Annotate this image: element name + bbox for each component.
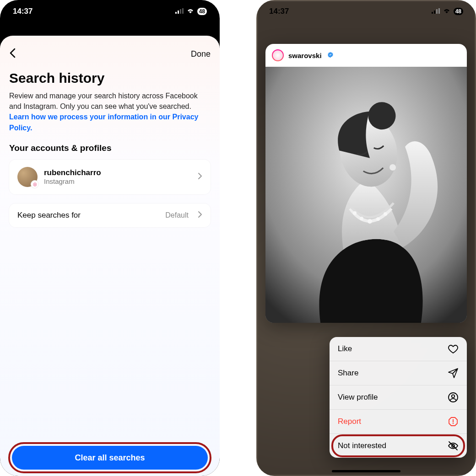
menu-not-interested-label: Not interested	[338, 441, 386, 450]
status-time: 14:37	[269, 7, 289, 16]
svg-rect-0	[175, 12, 177, 14]
status-bar: 14:37 48	[256, 0, 476, 23]
menu-like[interactable]: Like	[330, 337, 467, 361]
verified-badge-icon	[327, 52, 334, 59]
menu-like-label: Like	[338, 344, 352, 353]
post-header[interactable]: swarovski	[265, 44, 467, 67]
svg-point-15	[384, 212, 387, 216]
wifi-icon	[186, 7, 195, 16]
eye-off-icon	[448, 440, 459, 451]
home-indicator	[332, 470, 400, 472]
account-name: rubenchicharro	[44, 168, 191, 177]
chevron-right-icon	[198, 211, 202, 220]
keep-searches-value: Default	[165, 211, 189, 219]
privacy-policy-link[interactable]: Learn how we process your information in…	[9, 113, 198, 131]
report-icon	[448, 416, 459, 427]
svg-point-16	[389, 164, 396, 171]
svg-point-11	[353, 211, 357, 215]
cellular-icon	[432, 7, 440, 16]
wifi-icon	[443, 7, 451, 16]
menu-report-label: Report	[338, 417, 361, 426]
clear-all-searches-button[interactable]: Clear all searches	[12, 446, 208, 470]
post-image[interactable]	[265, 67, 467, 323]
svg-rect-7	[438, 8, 440, 14]
post-username: swarovski	[288, 52, 322, 59]
svg-rect-1	[178, 11, 179, 14]
battery-icon: 48	[454, 8, 463, 15]
desc-text: Review and manage your search history ac…	[9, 92, 198, 110]
keep-searches-row[interactable]: Keep searches for Default	[9, 203, 211, 227]
profile-icon	[448, 392, 459, 403]
menu-view-profile[interactable]: View profile	[330, 385, 467, 410]
svg-point-20	[453, 423, 454, 424]
search-history-sheet: Done Search history Review and manage yo…	[0, 36, 220, 476]
post-preview-card: swarovski	[265, 44, 467, 323]
page-description: Review and manage your search history ac…	[9, 91, 211, 133]
keep-searches-label: Keep searches for	[17, 211, 159, 220]
svg-point-13	[368, 219, 372, 224]
status-bar: 14:37 48	[0, 0, 220, 23]
post-avatar	[272, 49, 284, 61]
status-right: 48	[432, 7, 463, 16]
status-right: 48	[175, 7, 207, 16]
cellular-icon	[175, 7, 184, 16]
menu-share-label: Share	[338, 369, 358, 378]
menu-share[interactable]: Share	[330, 361, 467, 385]
back-icon[interactable]	[9, 48, 16, 60]
svg-point-14	[376, 217, 380, 221]
battery-icon: 48	[197, 8, 207, 15]
status-time: 14:37	[13, 7, 32, 16]
svg-rect-3	[182, 8, 184, 14]
accounts-section-label: Your accounts & profiles	[9, 143, 211, 153]
highlight-clear-searches: Clear all searches	[8, 442, 211, 473]
context-menu: Like Share View profile Report Not inter…	[330, 337, 467, 458]
svg-point-12	[360, 217, 363, 220]
done-button[interactable]: Done	[191, 49, 211, 59]
send-icon	[448, 368, 459, 379]
menu-view-profile-label: View profile	[338, 393, 378, 402]
menu-report[interactable]: Report	[330, 410, 467, 434]
svg-rect-6	[436, 9, 438, 14]
avatar: ◎	[17, 167, 38, 187]
account-platform: Instagram	[44, 177, 191, 185]
phone-search-history: 14:37 48 Done Search history Review and …	[0, 0, 220, 476]
svg-rect-4	[432, 12, 433, 14]
chevron-right-icon	[198, 172, 202, 182]
account-row[interactable]: ◎ rubenchicharro Instagram	[9, 160, 211, 194]
instagram-badge-icon: ◎	[31, 180, 39, 188]
svg-rect-5	[434, 11, 435, 14]
svg-point-18	[452, 395, 454, 397]
svg-rect-2	[180, 9, 181, 14]
phone-explore-context: 14:37 48 swarovski	[256, 0, 476, 476]
heart-icon	[448, 343, 459, 354]
page-title: Search history	[9, 70, 211, 86]
menu-not-interested[interactable]: Not interested	[330, 434, 467, 458]
